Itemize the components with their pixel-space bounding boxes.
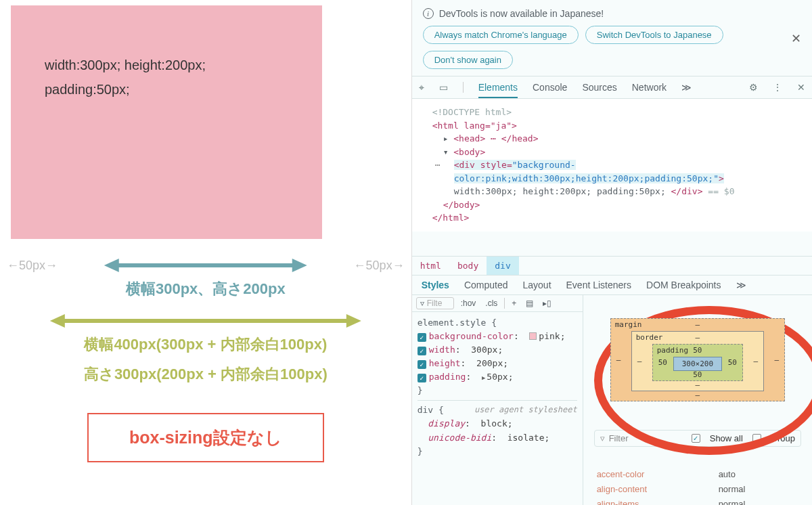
banner-title: DevTools is now available in Japanese! [439, 8, 604, 19]
pink-box: width:300px; height:200px; padding:50px; [11, 5, 322, 239]
code-line: width:300px; height:200px; [45, 53, 288, 77]
crumb-div[interactable]: div [487, 257, 518, 275]
dom-html-close: </html> [432, 213, 470, 223]
info-icon: i [423, 8, 434, 19]
gear-icon[interactable]: ⚙ [749, 82, 758, 93]
pill-dont-show[interactable]: Don't show again [423, 51, 513, 69]
ua-stylesheet-label: user agent stylesheet [474, 403, 577, 416]
color-swatch[interactable] [529, 332, 537, 340]
tab-elements[interactable]: Elements [478, 82, 518, 98]
stab-event-listeners[interactable]: Event Listeners [566, 280, 632, 290]
stab-layout[interactable]: Layout [522, 280, 551, 290]
group-checkbox[interactable] [752, 434, 761, 443]
breadcrumb: html body div [412, 256, 812, 275]
tab-network[interactable]: Network [632, 82, 667, 93]
crumb-html[interactable]: html [412, 257, 449, 275]
hov-toggle[interactable]: :hov [458, 297, 479, 309]
styles-filter-input[interactable]: ▿ Filte [416, 297, 454, 309]
svg-marker-1 [104, 259, 119, 272]
dom-tree[interactable]: <!DOCTYPE html> <html lang="ja"> ▸ <head… [412, 99, 812, 232]
selector-element-style[interactable]: element.style { [418, 316, 577, 330]
dom-html[interactable]: <html lang="ja"> [432, 120, 517, 131]
funnel-icon: ▿ [420, 299, 424, 308]
show-all-checkbox[interactable] [692, 434, 700, 443]
dom-doctype: <!DOCTYPE html> [422, 106, 803, 119]
devtools-panel: i DevTools is now available in Japanese!… [411, 0, 812, 505]
dom-body[interactable]: <body> [453, 147, 485, 157]
stab-dom-breakpoints[interactable]: DOM Breakpoints [646, 280, 721, 290]
new-rule-icon[interactable]: + [509, 297, 519, 309]
computed-toggle-icon[interactable]: ▸▯ [540, 297, 554, 309]
flex-editor-icon[interactable]: ▤ [523, 297, 536, 309]
styles-pane: ▿ Filte :hov .cls + ▤ ▸▯ element.style {… [412, 295, 583, 506]
styles-toolbar: ▿ Filte :hov .cls + ▤ ▸▯ [412, 295, 583, 312]
selector-div[interactable]: div { [418, 405, 444, 415]
banner-close-icon[interactable]: ✕ [791, 31, 801, 46]
olive-annotation: 横幅400px(300px + 内部余白100px) 高さ300px(200px… [7, 311, 405, 385]
teal-annotation: ←50px→ ←50px→ 横幅300px、高さ200px [7, 256, 405, 299]
rule-checkbox[interactable]: ✓ [418, 360, 426, 369]
language-banner: i DevTools is now available in Japanese!… [412, 0, 812, 76]
rule-checkbox[interactable]: ✓ [418, 374, 426, 382]
computed-properties[interactable]: accent-colorauto align-contentnormal ali… [594, 463, 801, 506]
pad-left-label: ←50px→ [7, 259, 58, 273]
box-model-pane: margin – – – – border – – – – padding 50 [583, 295, 812, 506]
kebab-icon[interactable]: ⋮ [773, 82, 782, 93]
stab-overflow-icon[interactable]: ≫ [736, 280, 746, 290]
tab-console[interactable]: Console [533, 82, 567, 93]
styles-sub-tabs: Styles Computed Layout Event Listeners D… [412, 275, 812, 295]
code-line: padding:50px; [45, 77, 288, 102]
main-tabs: ⌖ ▭ Elements Console Sources Network ≫ ⚙… [412, 76, 812, 99]
svg-marker-4 [50, 314, 65, 328]
tab-sources[interactable]: Sources [582, 82, 616, 93]
computed-filter-input[interactable]: ▿Filter [600, 433, 682, 443]
teal-dimensions-label: 横幅300px、高さ200px [7, 279, 405, 299]
device-toggle-icon[interactable]: ▭ [439, 82, 448, 93]
rule-checkbox[interactable]: ✓ [418, 347, 426, 355]
close-devtools-icon[interactable]: ✕ [797, 82, 805, 93]
box-model-content: 300×200 [673, 357, 722, 371]
inspect-icon[interactable]: ⌖ [419, 82, 424, 93]
olive-height-label: 高さ300px(200px + 内部余白100px) [7, 364, 405, 385]
box-sizing-note: box-sizing設定なし [87, 413, 324, 462]
crumb-body[interactable]: body [449, 257, 487, 275]
computed-filter-bar: ▿Filter Show all Group [594, 430, 801, 447]
dom-body-close: </body> [443, 200, 480, 210]
box-model-diagram[interactable]: margin – – – – border – – – – padding 50 [610, 318, 785, 401]
expand-icon[interactable]: ▶ [482, 374, 485, 381]
example-pane: width:300px; height:200px; padding:50px;… [0, 0, 411, 505]
cls-toggle[interactable]: .cls [482, 297, 500, 309]
stab-styles[interactable]: Styles [422, 280, 449, 290]
pad-right-label: ←50px→ [354, 259, 405, 273]
dom-head[interactable]: <head> ⋯ </head> [453, 133, 538, 144]
stab-computed[interactable]: Computed [464, 280, 508, 290]
funnel-icon: ▿ [600, 433, 605, 443]
pill-switch-japanese[interactable]: Switch DevTools to Japanese [585, 26, 723, 44]
tabs-overflow-icon[interactable]: ≫ [681, 82, 692, 93]
svg-marker-2 [292, 259, 307, 272]
rule-checkbox[interactable]: ✓ [418, 333, 426, 342]
olive-width-label: 横幅400px(300px + 内部余白100px) [7, 334, 405, 355]
svg-marker-5 [346, 314, 361, 328]
pill-match-language[interactable]: Always match Chrome's language [423, 26, 579, 44]
